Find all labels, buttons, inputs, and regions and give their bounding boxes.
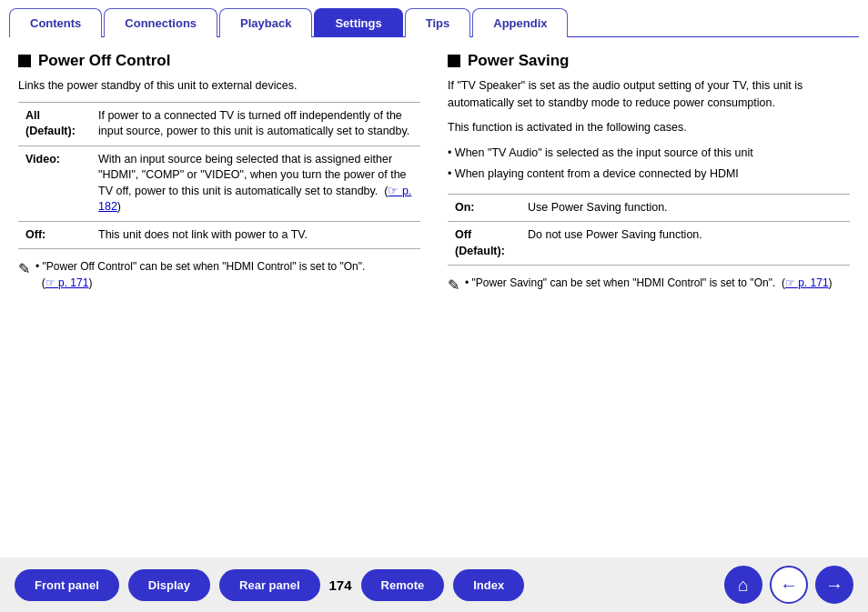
table-row: On: Use Power Saving function. bbox=[448, 194, 850, 222]
bottom-nav-buttons: Front panel Display Rear panel 174 Remot… bbox=[15, 569, 524, 601]
link-p182[interactable]: ☞ p. 182 bbox=[98, 185, 411, 214]
front-panel-button[interactable]: Front panel bbox=[15, 569, 119, 601]
back-button[interactable]: ← bbox=[770, 566, 808, 604]
power-saving-function-note: This function is activated in the follow… bbox=[448, 119, 850, 136]
table-row: Off(Default): Do not use Power Saving fu… bbox=[448, 222, 850, 266]
table-row: All(Default): If power to a connected TV… bbox=[18, 102, 420, 145]
power-off-heading: Power Off Control bbox=[18, 52, 420, 70]
table-cell-label: All(Default): bbox=[18, 102, 91, 145]
nav-tabs: Contents Connections Playback Settings T… bbox=[0, 0, 868, 36]
forward-button[interactable]: → bbox=[815, 566, 853, 604]
table-cell-value: With an input source being selected that… bbox=[91, 145, 420, 221]
link-p171-right[interactable]: ☞ p. 171 bbox=[785, 276, 829, 289]
home-button[interactable]: ⌂ bbox=[724, 566, 762, 604]
note-text-right: • "Power Saving" can be set when "HDMI C… bbox=[465, 275, 833, 291]
table-cell-value: If power to a connected TV is turned off… bbox=[91, 102, 420, 145]
pencil-icon: ✎ bbox=[18, 260, 30, 277]
table-cell-label: Video: bbox=[18, 145, 91, 221]
tab-connections[interactable]: Connections bbox=[104, 8, 217, 37]
link-p171-left[interactable]: ☞ p. 171 bbox=[45, 276, 89, 289]
table-cell-value: Do not use Power Saving function. bbox=[520, 222, 850, 266]
heading-bullet bbox=[18, 55, 31, 67]
table-cell-label: Off: bbox=[18, 221, 91, 249]
note-text: • "Power Off Control" can be set when "H… bbox=[35, 258, 365, 291]
tab-playback[interactable]: Playback bbox=[219, 8, 312, 37]
power-saving-table: On: Use Power Saving function. Off(Defau… bbox=[448, 194, 850, 266]
remote-button[interactable]: Remote bbox=[361, 569, 445, 601]
bottom-nav: Front panel Display Rear panel 174 Remot… bbox=[0, 557, 868, 612]
list-item: When playing content from a device conne… bbox=[448, 164, 850, 185]
display-button[interactable]: Display bbox=[128, 569, 210, 601]
left-section: Power Off Control Links the power standb… bbox=[18, 52, 420, 536]
tab-contents[interactable]: Contents bbox=[9, 8, 102, 37]
power-saving-bullets: When "TV Audio" is selected as the input… bbox=[448, 143, 850, 185]
table-cell-value: This unit does not link with power to a … bbox=[91, 221, 420, 249]
main-content: Power Off Control Links the power standb… bbox=[0, 37, 868, 545]
table-cell-label: On: bbox=[448, 194, 520, 222]
power-off-title: Power Off Control bbox=[38, 52, 170, 70]
power-saving-intro: If "TV Speaker" is set as the audio outp… bbox=[448, 77, 850, 112]
index-button[interactable]: Index bbox=[453, 569, 524, 601]
power-saving-heading: Power Saving bbox=[448, 52, 850, 70]
list-item: When "TV Audio" is selected as the input… bbox=[448, 143, 850, 164]
tab-tips[interactable]: Tips bbox=[405, 8, 471, 37]
tab-settings[interactable]: Settings bbox=[314, 8, 402, 37]
heading-bullet-right bbox=[448, 55, 460, 67]
table-row: Video: With an input source being select… bbox=[18, 145, 420, 221]
power-off-table: All(Default): If power to a connected TV… bbox=[18, 102, 420, 250]
tab-appendix[interactable]: Appendix bbox=[472, 8, 568, 37]
power-saving-note: ✎ • "Power Saving" can be set when "HDMI… bbox=[448, 275, 850, 294]
right-section: Power Saving If "TV Speaker" is set as t… bbox=[448, 52, 850, 536]
table-cell-value: Use Power Saving function. bbox=[520, 194, 850, 222]
table-cell-label: Off(Default): bbox=[448, 222, 520, 266]
power-off-desc: Links the power standby of this unit to … bbox=[18, 77, 420, 95]
power-saving-title: Power Saving bbox=[468, 52, 569, 70]
page-number: 174 bbox=[329, 577, 352, 593]
pencil-icon-right: ✎ bbox=[448, 276, 459, 294]
table-row: Off: This unit does not link with power … bbox=[18, 221, 420, 249]
bottom-nav-icons: ⌂ ← → bbox=[724, 566, 853, 604]
power-off-note: ✎ • "Power Off Control" can be set when … bbox=[18, 258, 420, 291]
rear-panel-button[interactable]: Rear panel bbox=[219, 569, 319, 601]
